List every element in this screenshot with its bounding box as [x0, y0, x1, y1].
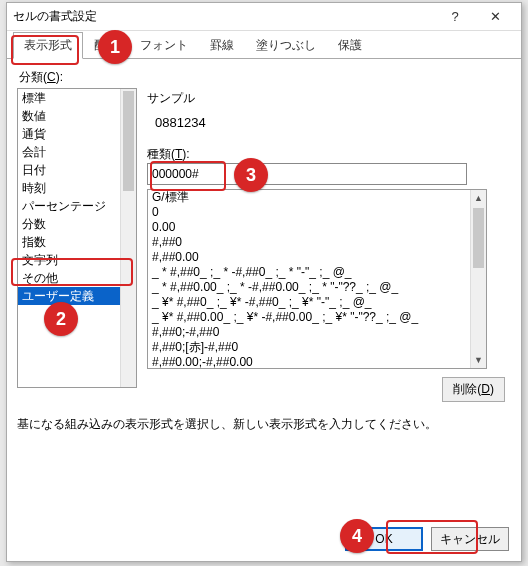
badge-4: 4	[340, 519, 374, 553]
cancel-button[interactable]: キャンセル	[431, 527, 509, 551]
list-item[interactable]: _ ¥* #,##0_ ;_ ¥* -#,##0_ ;_ ¥* "-"_ ;_ …	[148, 295, 486, 310]
badge-1: 1	[98, 30, 132, 64]
type-label: 種類(T):	[147, 146, 511, 163]
list-item[interactable]: 数値	[18, 107, 136, 125]
list-item[interactable]: パーセンテージ	[18, 197, 136, 215]
scrollbar[interactable]: ▲ ▼	[470, 190, 486, 368]
list-item[interactable]: 通貨	[18, 125, 136, 143]
tab-protection[interactable]: 保護	[327, 32, 373, 59]
list-item[interactable]: 0	[148, 205, 486, 220]
scrollbar-thumb[interactable]	[473, 208, 484, 268]
list-item[interactable]: #,##0	[148, 235, 486, 250]
badge-3: 3	[234, 158, 268, 192]
list-item[interactable]: 0.00	[148, 220, 486, 235]
dialog-title: セルの書式設定	[13, 8, 435, 25]
close-button[interactable]: ✕	[475, 5, 515, 29]
category-label: 分類(C):	[19, 69, 511, 86]
help-button[interactable]: ?	[435, 5, 475, 29]
list-item[interactable]: #,##0.00;-#,##0.00	[148, 355, 486, 369]
list-item[interactable]: G/標準	[148, 190, 486, 205]
list-item[interactable]: ユーザー定義	[18, 287, 136, 305]
list-item[interactable]: 文字列	[18, 251, 136, 269]
titlebar[interactable]: セルの書式設定 ? ✕	[7, 3, 521, 31]
scroll-down-icon[interactable]: ▼	[471, 352, 486, 368]
sample-label: サンプル	[147, 90, 511, 107]
list-item[interactable]: _ * #,##0.00_ ;_ * -#,##0.00_ ;_ * "-"??…	[148, 280, 486, 295]
dialog-body: 分類(C): 標準数値通貨会計日付時刻パーセンテージ分数指数文字列その他ユーザー…	[7, 59, 521, 443]
scrollbar[interactable]	[120, 89, 136, 387]
category-listbox[interactable]: 標準数値通貨会計日付時刻パーセンテージ分数指数文字列その他ユーザー定義	[17, 88, 137, 388]
list-item[interactable]: #,##0.00	[148, 250, 486, 265]
list-item[interactable]: 会計	[18, 143, 136, 161]
list-item[interactable]: #,##0;[赤]-#,##0	[148, 340, 486, 355]
list-item[interactable]: _ ¥* #,##0.00_ ;_ ¥* -#,##0.00_ ;_ ¥* "-…	[148, 310, 486, 325]
list-item[interactable]: 時刻	[18, 179, 136, 197]
badge-2: 2	[44, 302, 78, 336]
scroll-up-icon[interactable]: ▲	[471, 190, 486, 206]
scrollbar-thumb[interactable]	[123, 91, 134, 191]
list-item[interactable]: _ * #,##0_ ;_ * -#,##0_ ;_ * "-"_ ;_ @_	[148, 265, 486, 280]
list-item[interactable]: 分数	[18, 215, 136, 233]
tab-fill[interactable]: 塗りつぶし	[245, 32, 327, 59]
list-item[interactable]: #,##0;-#,##0	[148, 325, 486, 340]
list-item[interactable]: 標準	[18, 89, 136, 107]
list-item[interactable]: 日付	[18, 161, 136, 179]
tab-font[interactable]: フォント	[129, 32, 199, 59]
close-icon: ✕	[490, 9, 501, 24]
hint-text: 基になる組み込みの表示形式を選択し、新しい表示形式を入力してください。	[17, 416, 511, 433]
tab-strip: 表示形式 配置 フォント 罫線 塗りつぶし 保護	[7, 31, 521, 59]
delete-button[interactable]: 削除(D)	[442, 377, 505, 402]
format-cells-dialog: セルの書式設定 ? ✕ 表示形式 配置 フォント 罫線 塗りつぶし 保護 分類(…	[6, 2, 522, 562]
format-listbox[interactable]: G/標準00.00#,##0#,##0.00_ * #,##0_ ;_ * -#…	[147, 189, 487, 369]
list-item[interactable]: 指数	[18, 233, 136, 251]
list-item[interactable]: その他	[18, 269, 136, 287]
tab-border[interactable]: 罫線	[199, 32, 245, 59]
sample-value: 0881234	[147, 111, 511, 140]
type-input[interactable]	[147, 163, 467, 185]
tab-number-format[interactable]: 表示形式	[13, 32, 83, 59]
